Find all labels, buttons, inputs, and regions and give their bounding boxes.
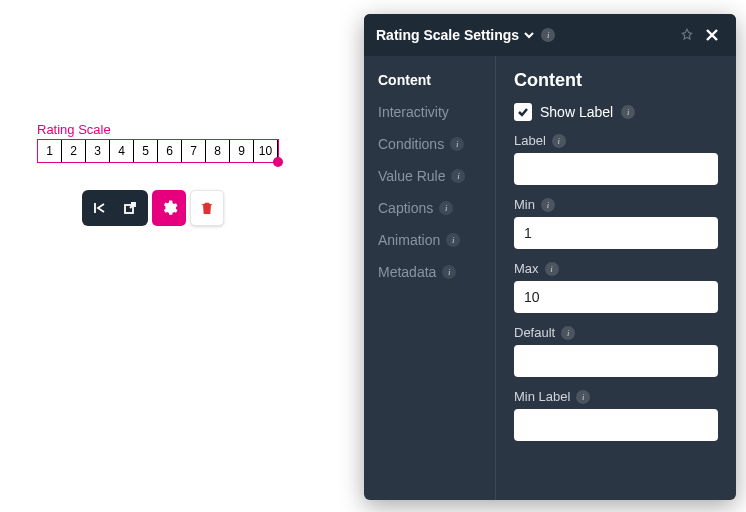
field-label-text: Min Label xyxy=(514,389,570,404)
field-label: Label i xyxy=(514,133,718,185)
resize-handle[interactable] xyxy=(273,157,283,167)
rating-cell[interactable]: 3 xyxy=(86,140,110,162)
settings-panel: Rating Scale Settings i Content Interact… xyxy=(364,14,736,500)
info-icon[interactable]: i xyxy=(541,28,555,42)
info-icon[interactable]: i xyxy=(451,169,465,183)
panel-title[interactable]: Rating Scale Settings xyxy=(376,27,535,43)
nav-item-metadata[interactable]: Metadata i xyxy=(378,264,495,280)
rating-cell[interactable]: 7 xyxy=(182,140,206,162)
field-min-label: Min Label i xyxy=(514,389,718,441)
field-label-text: Max xyxy=(514,261,539,276)
rating-scale-widget: Rating Scale 1 2 3 4 5 6 7 8 9 10 xyxy=(37,122,279,163)
field-min: Min i xyxy=(514,197,718,249)
insert-left-button[interactable] xyxy=(86,194,114,222)
chevron-down-icon xyxy=(523,29,535,41)
nav-item-label: Value Rule xyxy=(378,168,445,184)
gear-icon xyxy=(160,199,178,217)
trash-icon xyxy=(199,200,215,216)
settings-button[interactable] xyxy=(152,190,186,226)
nav-item-label: Captions xyxy=(378,200,433,216)
widget-toolbar xyxy=(82,190,224,226)
nav-item-label: Metadata xyxy=(378,264,436,280)
insert-left-icon xyxy=(92,200,108,216)
nav-item-value-rule[interactable]: Value Rule i xyxy=(378,168,495,184)
toolbar-dark-group xyxy=(82,190,148,226)
panel-title-text: Rating Scale Settings xyxy=(376,27,519,43)
pin-icon[interactable] xyxy=(680,28,694,42)
field-label-text: Default xyxy=(514,325,555,340)
field-label-text: Label xyxy=(514,133,546,148)
delete-button[interactable] xyxy=(190,190,224,226)
settings-nav: Content Interactivity Conditions i Value… xyxy=(364,56,496,500)
nav-item-label: Interactivity xyxy=(378,104,449,120)
nav-item-label: Conditions xyxy=(378,136,444,152)
rating-scale-label: Rating Scale xyxy=(37,122,279,137)
rating-scale-cells[interactable]: 1 2 3 4 5 6 7 8 9 10 xyxy=(37,139,279,163)
field-max: Max i xyxy=(514,261,718,313)
panel-header: Rating Scale Settings i xyxy=(364,14,736,56)
info-icon[interactable]: i xyxy=(446,233,460,247)
check-icon xyxy=(517,106,529,118)
nav-item-captions[interactable]: Captions i xyxy=(378,200,495,216)
show-label-text: Show Label xyxy=(540,104,613,120)
open-external-button[interactable] xyxy=(116,194,144,222)
rating-cell[interactable]: 5 xyxy=(134,140,158,162)
nav-item-animation[interactable]: Animation i xyxy=(378,232,495,248)
nav-item-conditions[interactable]: Conditions i xyxy=(378,136,495,152)
show-label-row: Show Label i xyxy=(514,103,718,121)
info-icon[interactable]: i xyxy=(552,134,566,148)
default-input[interactable] xyxy=(514,345,718,377)
rating-cell[interactable]: 6 xyxy=(158,140,182,162)
nav-item-label: Animation xyxy=(378,232,440,248)
field-label-text: Min xyxy=(514,197,535,212)
max-input[interactable] xyxy=(514,281,718,313)
info-icon[interactable]: i xyxy=(621,105,635,119)
content-heading: Content xyxy=(514,70,718,91)
rating-cell[interactable]: 8 xyxy=(206,140,230,162)
rating-cell[interactable]: 4 xyxy=(110,140,134,162)
nav-item-interactivity[interactable]: Interactivity xyxy=(378,104,495,120)
settings-content: Content Show Label i Label i Min i xyxy=(496,56,736,500)
info-icon[interactable]: i xyxy=(439,201,453,215)
info-icon[interactable]: i xyxy=(541,198,555,212)
info-icon[interactable]: i xyxy=(450,137,464,151)
min-label-input[interactable] xyxy=(514,409,718,441)
info-icon[interactable]: i xyxy=(576,390,590,404)
show-label-checkbox[interactable] xyxy=(514,103,532,121)
min-input[interactable] xyxy=(514,217,718,249)
nav-item-label: Content xyxy=(378,72,431,88)
close-button[interactable] xyxy=(700,23,724,47)
nav-item-content[interactable]: Content xyxy=(378,72,495,88)
rating-cell[interactable]: 2 xyxy=(62,140,86,162)
open-external-icon xyxy=(122,200,138,216)
info-icon[interactable]: i xyxy=(442,265,456,279)
field-default: Default i xyxy=(514,325,718,377)
rating-cell[interactable]: 9 xyxy=(230,140,254,162)
panel-body: Content Interactivity Conditions i Value… xyxy=(364,56,736,500)
label-input[interactable] xyxy=(514,153,718,185)
info-icon[interactable]: i xyxy=(561,326,575,340)
info-icon[interactable]: i xyxy=(545,262,559,276)
rating-cell[interactable]: 1 xyxy=(38,140,62,162)
